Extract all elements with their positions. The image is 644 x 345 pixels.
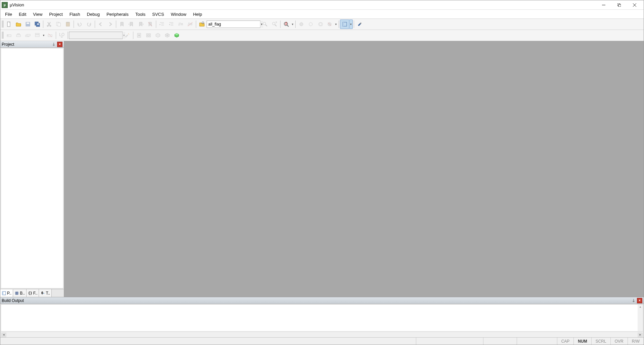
manage-project-items-button[interactable] (144, 31, 153, 40)
debug-session-button[interactable]: d (282, 20, 291, 29)
svg-rect-52 (48, 35, 52, 37)
scroll-right-button[interactable]: ► (638, 333, 643, 337)
rebuild-button[interactable] (23, 31, 33, 40)
select-software-packs-button[interactable] (153, 31, 163, 40)
menu-window[interactable]: Window (167, 10, 189, 18)
manage-rte-button[interactable] (163, 31, 172, 40)
copy-button[interactable] (54, 20, 63, 29)
nav-forward-button[interactable] (105, 20, 115, 29)
translate-button[interactable] (4, 31, 14, 40)
unindent-button[interactable] (167, 20, 176, 29)
nav-back-button[interactable] (96, 20, 105, 29)
undo-button[interactable] (75, 20, 84, 29)
menu-view[interactable]: View (30, 10, 46, 18)
project-panel-tabs: P.. B.. {} F.. 0+ T.. (0, 289, 64, 297)
paste-button[interactable] (63, 20, 73, 29)
tab-books-label: B.. (20, 291, 25, 296)
tab-project-label: P.. (7, 291, 11, 296)
editor-area[interactable] (64, 41, 644, 297)
tab-project[interactable]: P.. (0, 289, 13, 297)
svg-rect-10 (37, 24, 39, 25)
close-button[interactable] (627, 0, 642, 10)
toolbar-grip-2[interactable] (2, 32, 4, 39)
pin-icon[interactable] (51, 42, 56, 47)
uncomment-button[interactable]: //≡ (185, 20, 195, 29)
window-layout-button[interactable] (340, 20, 349, 29)
debug-dropdown-arrow[interactable]: ▼ (291, 23, 294, 26)
toolbar-file: //≡ //≡ ▼ + d ▼ ▼ ▼ (0, 19, 644, 30)
status-rw: R/W (628, 338, 644, 345)
tab-functions[interactable]: {} F.. (27, 289, 39, 297)
open-file-button[interactable] (14, 20, 23, 29)
build-button[interactable] (14, 31, 23, 40)
incremental-find-button[interactable]: + (270, 20, 279, 29)
indent-button[interactable] (157, 20, 167, 29)
minimize-button[interactable] (596, 0, 611, 10)
download-button[interactable]: LOAD (57, 31, 67, 40)
find-combo[interactable]: ▼ (207, 21, 260, 28)
status-cell-3 (517, 338, 557, 345)
app-title: µVision (10, 2, 24, 7)
target-options-button[interactable] (123, 31, 132, 40)
bookmark-clear-button[interactable] (145, 20, 155, 29)
tab-templates[interactable]: 0+ T.. (39, 289, 52, 297)
redo-button[interactable] (84, 20, 94, 29)
svg-point-28 (263, 22, 266, 25)
target-combo[interactable]: ▼ (69, 32, 123, 39)
svg-rect-58 (146, 34, 148, 35)
file-extensions-button[interactable] (134, 31, 144, 40)
breakpoint-dropdown-arrow[interactable]: ▼ (334, 23, 338, 26)
build-close-button[interactable]: × (637, 298, 642, 303)
main-area: Project × P.. B.. {} F.. (0, 41, 644, 297)
configure-button[interactable] (355, 20, 364, 29)
build-output-body[interactable]: ▲ (1, 304, 643, 332)
find-in-files-button[interactable] (197, 20, 207, 29)
bookmark-next-button[interactable] (136, 20, 145, 29)
save-all-button[interactable] (33, 20, 42, 29)
toolbar-grip[interactable] (2, 21, 4, 28)
breakpoint-kill-button[interactable] (325, 20, 334, 29)
batch-build-button[interactable] (33, 31, 42, 40)
find-input[interactable] (207, 22, 260, 27)
target-input[interactable] (69, 33, 122, 38)
svg-text:d: d (285, 22, 287, 26)
scroll-up-button[interactable]: ▲ (639, 305, 642, 308)
bookmark-prev-button[interactable] (127, 20, 136, 29)
templates-icon: 0+ (40, 291, 45, 296)
svg-line-34 (287, 25, 289, 27)
menu-svcs[interactable]: SVCS (149, 10, 167, 18)
svg-rect-16 (67, 22, 69, 23)
find-next-button[interactable] (260, 20, 270, 29)
project-tree[interactable] (1, 48, 63, 289)
menu-edit[interactable]: Edit (15, 10, 30, 18)
save-button[interactable] (23, 20, 33, 29)
project-icon (2, 291, 6, 296)
breakpoint-disable-button[interactable] (315, 20, 325, 29)
cut-button[interactable] (44, 20, 54, 29)
menu-peripherals[interactable]: Peripherals (103, 10, 132, 18)
bookmark-toggle-button[interactable] (117, 20, 127, 29)
breakpoint-enable-button[interactable] (306, 20, 315, 29)
project-panel: Project × P.. B.. {} F.. (0, 41, 64, 297)
pack-installer-button[interactable] (172, 31, 181, 40)
menu-tools[interactable]: Tools (132, 10, 149, 18)
build-pin-icon[interactable] (631, 298, 636, 303)
stop-build-button[interactable] (45, 31, 55, 40)
menu-help[interactable]: Help (190, 10, 206, 18)
menu-file[interactable]: File (2, 10, 15, 18)
scroll-left-button[interactable]: ◄ (1, 333, 6, 337)
app-window: µ µVision File Edit View Project Flash D… (0, 0, 644, 345)
new-file-button[interactable] (4, 20, 14, 29)
menu-flash[interactable]: Flash (66, 10, 84, 18)
menu-project[interactable]: Project (46, 10, 66, 18)
batch-build-dropdown-arrow[interactable]: ▼ (42, 34, 45, 37)
menubar: File Edit View Project Flash Debug Perip… (0, 10, 644, 19)
menu-debug[interactable]: Debug (84, 10, 103, 18)
panel-close-button[interactable]: × (57, 42, 62, 47)
maximize-button[interactable] (611, 0, 627, 10)
tab-books[interactable]: B.. (13, 289, 27, 297)
build-output-hscroll[interactable]: ◄ ► (0, 332, 644, 337)
breakpoint-insert-button[interactable] (297, 20, 306, 29)
comment-button[interactable]: //≡ (176, 20, 185, 29)
window-layout-dropdown-arrow[interactable]: ▼ (349, 20, 353, 29)
